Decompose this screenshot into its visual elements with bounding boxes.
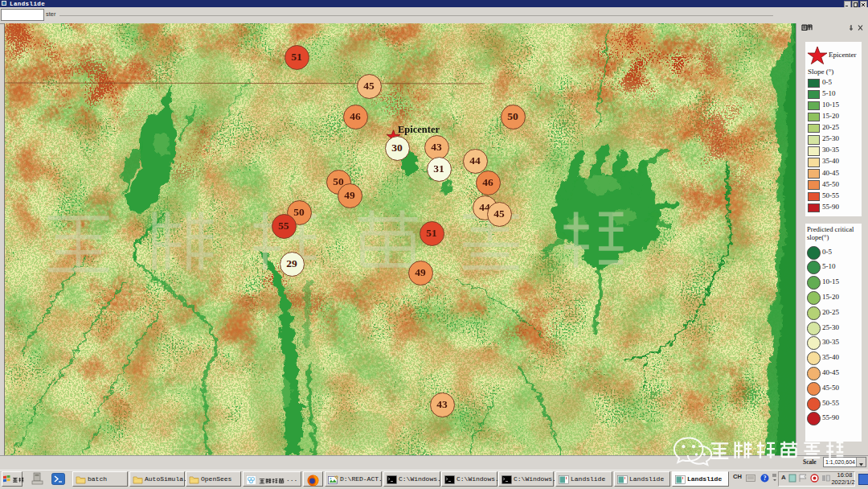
svg-text:?: ? — [764, 475, 767, 482]
